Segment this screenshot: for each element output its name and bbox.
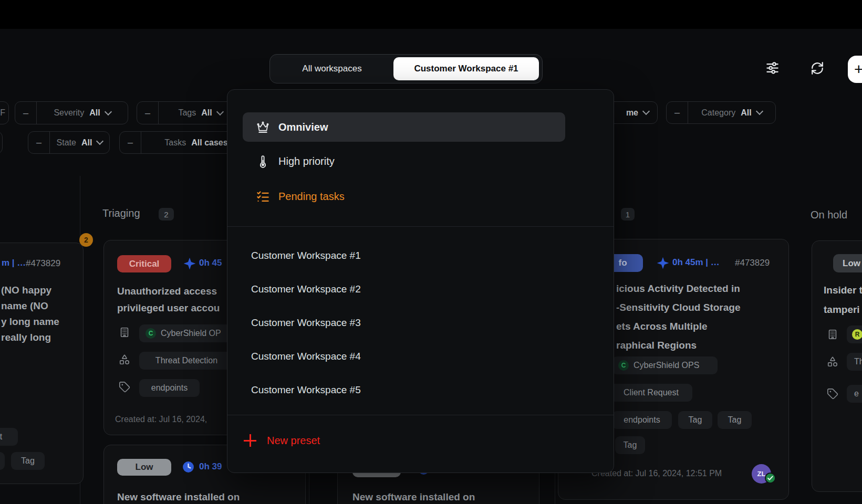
card-title-line: y long name	[1, 316, 59, 328]
building-icon	[119, 327, 130, 340]
tag-chip: Tag	[718, 411, 752, 429]
organization-chip: C CyberShield OPS	[612, 356, 718, 374]
column-count-badge: 2	[159, 208, 174, 220]
tag-chip: e	[847, 385, 862, 403]
tag-chip: Tag	[11, 452, 45, 470]
workspace-item-4[interactable]: Customer Workspace #4	[251, 351, 361, 364]
time-estimate: 0h 45	[199, 258, 222, 268]
severity-badge: Low	[833, 254, 862, 272]
sparkle-star-icon	[656, 256, 670, 272]
shapes-icon	[827, 356, 838, 370]
filter-value: All	[81, 138, 92, 148]
check-badge-icon	[764, 472, 776, 486]
preset-item-high-priority[interactable]: High priority	[243, 146, 565, 176]
preset-label: Pending tasks	[278, 191, 345, 203]
chevron-down-icon	[756, 108, 763, 115]
column-count-badge: 1	[621, 208, 635, 220]
card-title-line: New software installed on	[117, 491, 240, 503]
filter-value: All	[741, 108, 751, 118]
remove-filter-button[interactable]: –	[120, 137, 141, 148]
time-estimate: m | …	[2, 258, 26, 268]
tag-chip: Tag	[615, 436, 645, 454]
tag-icon	[827, 388, 838, 402]
workspace-item-1[interactable]: Customer Workspace #1	[251, 250, 361, 264]
top-bar	[0, 0, 862, 29]
case-card-insider[interactable]: Low Insider t tamperi R Th	[812, 240, 862, 492]
preset-label: Omniview	[278, 121, 328, 133]
filter-chip-state[interactable]: – State All	[28, 131, 110, 154]
filter-label: State	[57, 138, 76, 148]
tag-chip: endpoints	[139, 379, 200, 397]
column-title-on-hold: On hold	[811, 209, 847, 221]
card-title-line: Unauthorized access	[117, 286, 217, 297]
filter-label: Tasks	[164, 138, 186, 148]
add-case-button[interactable]: +	[848, 56, 862, 83]
card-title-line: privileged user accou	[117, 302, 220, 314]
org-logo-icon: C	[146, 328, 156, 339]
divider	[227, 415, 614, 415]
team-chip: Client Request	[610, 384, 692, 402]
building-icon	[827, 329, 838, 342]
tag-icon	[119, 381, 130, 395]
segmented-option-all-workspaces[interactable]: All workspaces	[270, 55, 394, 83]
card-title-line: really long	[1, 332, 51, 343]
filter-value: me	[626, 108, 638, 118]
workspace-item-2[interactable]: Customer Workspace #2	[251, 284, 361, 297]
organization-name: CyberShield OPS	[633, 361, 699, 370]
remove-filter-button[interactable]: –	[15, 108, 36, 119]
filter-settings-button[interactable]	[763, 59, 782, 78]
organization-chip: R	[847, 326, 862, 343]
filter-chip-category[interactable]: – Category All	[666, 101, 776, 124]
card-title-line: Insider t	[824, 285, 862, 296]
filter-value: All	[89, 108, 100, 118]
new-preset-button[interactable]: New preset	[243, 434, 320, 447]
filter-chip-fragment[interactable]: F	[0, 101, 9, 124]
created-at-label: Created at: Jul 16, 2024,	[115, 415, 207, 424]
card-title-line: icious Activity Detected in	[616, 283, 740, 295]
case-card-partial-left[interactable]: m | … #473829 (NO happy name (NO y long …	[0, 243, 84, 484]
tag-chip: nt	[0, 428, 18, 446]
remove-filter-button[interactable]: –	[28, 137, 49, 148]
card-title-line: -Sensitivity Cloud Storage	[616, 302, 740, 313]
divider	[227, 226, 614, 227]
refresh-icon	[811, 61, 824, 77]
preset-item-pending-tasks[interactable]: Pending tasks	[243, 182, 565, 211]
filter-chip-fragment[interactable]	[0, 131, 3, 154]
sliders-icon	[765, 61, 780, 77]
org-logo-icon: R	[852, 329, 862, 340]
card-title-line: raphical Regions	[616, 340, 697, 351]
severity-badge: Low	[117, 459, 171, 476]
shapes-icon	[119, 354, 130, 368]
card-title-line: (NO happy	[1, 285, 51, 296]
workspace-item-3[interactable]: Customer Workspace #3	[251, 317, 361, 331]
time-estimate: 0h 45m | …	[672, 257, 720, 268]
filter-chip-severity[interactable]: – Severity All	[15, 101, 128, 124]
chevron-down-icon	[216, 108, 224, 115]
org-logo-icon: C	[618, 360, 629, 371]
organization-name: CyberShield OP	[161, 329, 221, 338]
tag-chip: endpoints	[612, 411, 672, 429]
severity-badge: Critical	[117, 255, 171, 272]
preset-item-omniview[interactable]: Omniview	[243, 112, 565, 142]
filter-label: Category	[701, 108, 735, 118]
team-chip: Threat Detection	[139, 352, 234, 370]
clock-icon	[182, 460, 195, 476]
avatar: ZL	[752, 464, 771, 484]
card-title-line: tamperi	[824, 304, 860, 316]
tag-chip	[0, 452, 5, 470]
chevron-down-icon	[642, 108, 650, 115]
refresh-button[interactable]	[808, 59, 827, 78]
segmented-option-customer-workspace-1[interactable]: Customer Workspace #1	[393, 57, 539, 80]
app-screen: All workspaces Customer Workspace #1 + F…	[0, 0, 862, 504]
remove-filter-button[interactable]: –	[137, 108, 158, 119]
plus-icon	[243, 434, 257, 447]
workspace-segmented-control: All workspaces Customer Workspace #1	[269, 54, 543, 83]
thermometer-icon	[255, 155, 270, 168]
crown-icon	[255, 120, 270, 134]
preset-label: High priority	[278, 155, 335, 167]
workspace-item-5[interactable]: Customer Workspace #5	[251, 384, 361, 398]
new-preset-label: New preset	[267, 435, 320, 447]
remove-filter-button[interactable]: –	[667, 107, 688, 118]
team-chip: Th	[847, 353, 862, 371]
sparkle-star-icon	[183, 257, 196, 272]
